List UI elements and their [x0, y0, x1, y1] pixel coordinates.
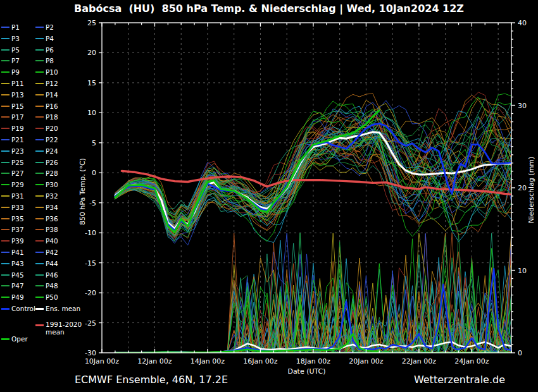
temp-tick-label: 20 — [87, 49, 96, 57]
precip-tick-label: 10 — [518, 267, 527, 275]
temp-tick-label: 15 — [87, 79, 96, 87]
temp-tick-label: 5 — [92, 139, 96, 147]
date-tick-label: 22Jan 00z — [402, 357, 436, 365]
temp-tick-label: -25 — [85, 319, 96, 328]
date-tick-label: 16Jan 00z — [243, 357, 277, 365]
curves-group — [115, 92, 511, 353]
footer-site-name: Wetterzentrale.de — [414, 374, 505, 386]
temp-tick-label: -20 — [85, 289, 96, 297]
date-tick-label: 12Jan 00z — [137, 357, 172, 365]
temp-tick-label: -30 — [85, 349, 96, 357]
temp-tick-label: 0 — [92, 169, 96, 177]
temp-tick-label: -15 — [85, 259, 96, 267]
temp-tick-label: -5 — [89, 199, 96, 207]
footer-model-info: ECMWF Ensemble, 46N, 17.2E — [75, 374, 228, 386]
precip-tick-label: 0 — [518, 349, 522, 357]
precip-tick-label: 40 — [518, 19, 527, 27]
temp-tick-label: 25 — [87, 19, 96, 27]
meteogram-page: Babócsa (HU) 850 hPa Temp. & Niederschla… — [0, 0, 538, 392]
date-tick-label: 10Jan 00z — [85, 357, 119, 365]
date-tick-label: 20Jan 00z — [349, 357, 383, 365]
date-tick-label: 14Jan 00z — [191, 357, 225, 365]
ensemble-members-group — [115, 92, 511, 353]
ensemble-plot: 2520151050-5-10-15-20-25-3040302010010Ja… — [0, 0, 538, 392]
temp-tick-label: 10 — [87, 109, 96, 117]
precip-tick-label: 20 — [518, 184, 527, 192]
precip-tick-label: 30 — [518, 102, 527, 110]
temp-tick-label: -10 — [85, 229, 96, 237]
date-tick-label: 24Jan 00z — [454, 357, 489, 365]
date-tick-label: 18Jan 00z — [296, 357, 330, 365]
